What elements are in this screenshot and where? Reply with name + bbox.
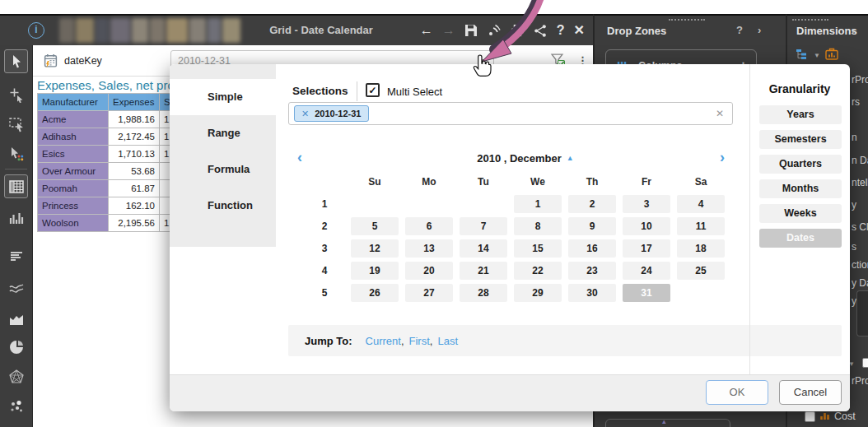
next-month-icon[interactable]: › (720, 149, 725, 166)
metric-set-icon[interactable] (825, 48, 838, 63)
calendar-day-cell[interactable]: 13 (405, 239, 453, 258)
area-chart-tool[interactable] (4, 307, 28, 331)
preview-icon[interactable] (487, 23, 502, 38)
calendar-day-cell[interactable]: 19 (351, 262, 399, 280)
calendar-day-cell[interactable]: 3 (623, 195, 670, 213)
dimension-item-fragment: rProt (852, 375, 868, 387)
print-icon[interactable] (511, 24, 525, 38)
chevron-down-icon[interactable]: ▼ (814, 52, 820, 59)
drop-zones-collapse-icon[interactable]: › (758, 24, 761, 36)
calendar-day-cell[interactable]: 9 (568, 217, 616, 235)
drop-zones-help-icon[interactable]: ? (736, 24, 743, 36)
line-chart-tool[interactable] (4, 276, 28, 299)
jump-link-last[interactable]: Last (437, 335, 458, 347)
calendar-day-cell[interactable]: 2 (568, 195, 616, 213)
calendar-day-cell[interactable]: 25 (677, 262, 725, 280)
prev-month-icon[interactable]: ‹ (297, 149, 302, 166)
window-title: Grid - Date Calendar (247, 16, 395, 45)
calendar-day-cell[interactable]: 31 (623, 284, 670, 302)
scatter-chart-tool[interactable] (4, 395, 28, 419)
ok-button[interactable]: OK (706, 380, 768, 405)
jump-link-first[interactable]: First (409, 335, 430, 347)
granularity-years[interactable]: Years (759, 105, 842, 124)
granularity-months[interactable]: Months (759, 179, 842, 198)
calendar-day-cell[interactable]: 11 (677, 217, 725, 235)
calendar-day-cell[interactable]: 30 (568, 284, 616, 302)
multi-select-checkbox[interactable]: ✓ (366, 83, 380, 97)
date-filter-dialog: SimpleRangeFormulaFunction Selections ✓ … (170, 64, 850, 411)
calendar-day-cell[interactable]: 1 (514, 195, 562, 213)
jump-link-current[interactable]: Current (366, 335, 401, 347)
table-visual-tool[interactable] (4, 174, 28, 198)
granularity-dates[interactable]: Dates (759, 229, 842, 248)
granularity-semesters[interactable]: Semesters (759, 130, 842, 149)
save-icon[interactable] (464, 24, 478, 37)
selections-input[interactable]: ✕ 2010-12-31 ✕ (288, 102, 733, 125)
calendar-day-cell[interactable]: 5 (351, 217, 399, 235)
calendar-day-cell[interactable]: 8 (514, 217, 562, 235)
calendar-day-cell[interactable]: 21 (460, 262, 507, 280)
tab-range[interactable]: Range (170, 115, 276, 151)
row-chart-tool[interactable] (4, 244, 28, 268)
calendar-day-cell[interactable]: 22 (514, 262, 562, 280)
forward-icon[interactable]: → (442, 24, 455, 37)
dimensions-collapse-icon[interactable]: › (852, 24, 855, 36)
dimension-item-fragment: s Cl (852, 221, 868, 233)
collapse-icon[interactable]: ▲ (567, 154, 574, 162)
cancel-button[interactable]: Cancel (779, 380, 842, 405)
calendar-day-cell[interactable]: 20 (405, 262, 453, 280)
calendar-day-cell[interactable]: 4 (677, 195, 725, 213)
granularity-weeks[interactable]: Weeks (759, 204, 842, 223)
sidebar-divider (5, 169, 27, 169)
share-icon[interactable] (534, 24, 548, 38)
close-icon[interactable]: ✕ (574, 24, 585, 37)
calendar-day-cell[interactable]: 12 (351, 239, 399, 258)
calendar-day-cell[interactable]: 28 (460, 284, 507, 302)
pointer-tool[interactable] (4, 49, 28, 73)
pie-chart-tool[interactable] (4, 335, 28, 359)
calendar-day-cell[interactable]: 6 (405, 217, 453, 235)
info-icon[interactable]: i (28, 22, 44, 39)
point-select-tool[interactable] (4, 82, 28, 106)
rectangle-select-tool[interactable] (4, 112, 28, 136)
back-icon[interactable]: ← (420, 24, 433, 37)
calendar-day-cell[interactable]: 26 (351, 284, 399, 302)
tab-function[interactable]: Function (170, 188, 276, 224)
help-icon[interactable]: ? (557, 24, 565, 37)
calendar-day-cell[interactable]: 18 (677, 239, 725, 258)
panel-drag-handle[interactable] (792, 19, 828, 21)
chip-remove-icon[interactable]: ✕ (301, 109, 309, 119)
panel-drag-handle[interactable] (669, 19, 705, 21)
radar-chart-tool[interactable] (4, 364, 28, 388)
selected-date-chip[interactable]: ✕ 2010-12-31 (294, 105, 369, 122)
tab-formula[interactable]: Formula (170, 151, 276, 188)
calendar-day-cell[interactable]: 27 (405, 284, 453, 302)
manufacturer-cell: Over Armour (38, 163, 109, 180)
calendar-day-cell[interactable]: 10 (623, 217, 670, 235)
calendar-day-cell[interactable]: 15 (514, 239, 562, 258)
hierarchy-icon[interactable] (796, 49, 809, 63)
bar-chart-tool[interactable] (4, 206, 28, 230)
rows-drop-zone[interactable] (605, 419, 730, 427)
selections-label: Selections (292, 85, 348, 97)
redacted-icon (96, 18, 109, 43)
tab-simple[interactable]: Simple (170, 79, 276, 115)
calendar-day-cell[interactable]: 24 (623, 262, 670, 280)
dialog-footer: OK Cancel (170, 374, 850, 411)
calendar-day-cell[interactable]: 14 (460, 239, 507, 258)
checkbox[interactable] (862, 358, 868, 368)
redacted-icon (110, 18, 130, 43)
cost-checkbox[interactable] (805, 411, 815, 422)
granularity-quarters[interactable]: Quarters (759, 155, 842, 174)
calendar-day-cell[interactable]: 17 (623, 239, 670, 258)
month-header[interactable]: 2010 , December▲ (402, 152, 649, 165)
calendar-day-cell (405, 195, 453, 213)
calendar-day-cell[interactable]: 29 (514, 284, 562, 302)
calendar-day-cell[interactable]: 7 (460, 217, 507, 235)
clear-selections-icon[interactable]: ✕ (716, 108, 724, 119)
multi-select-tool[interactable] (4, 142, 28, 165)
calendar-day-cell[interactable]: 16 (568, 239, 616, 258)
calendar-day-cell[interactable]: 23 (568, 262, 616, 280)
grid-title: Expenses, Sales, net prof (37, 78, 178, 92)
cost-label: Cost (834, 411, 856, 422)
